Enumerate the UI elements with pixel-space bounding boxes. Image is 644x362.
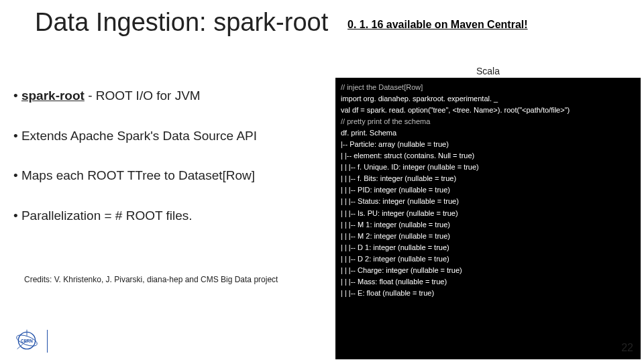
code-line: | | |-- Charge: integer (nullable = true… <box>341 265 635 276</box>
code-line: | | |-- PID: integer (nullable = true) <box>341 184 635 196</box>
maven-link[interactable]: 0. 1. 16 available on Maven Central! <box>347 19 528 31</box>
page-title: Data Ingestion: spark-root <box>35 8 328 37</box>
code-line: df. print. Schema <box>341 127 635 139</box>
code-line: | | |-- M 2: integer (nullable = true) <box>341 231 635 242</box>
code-line: | | |-- Mass: float (nullable = true) <box>341 276 635 288</box>
scala-label: Scala <box>335 66 641 76</box>
code-line: | | |-- f. Unique. ID: integer (nullable… <box>341 162 635 173</box>
spark-root-link[interactable]: spark-root <box>21 88 85 103</box>
code-line: | | |-- D 1: integer (nullable = true) <box>341 242 635 253</box>
bullet-text: - ROOT I/O for JVM <box>85 88 201 103</box>
code-line: | | |-- M 1: integer (nullable = true) <box>341 219 635 231</box>
slide: Data Ingestion: spark-root 0. 1. 16 avai… <box>0 0 644 362</box>
code-line: | |-- element: struct (contains. Null = … <box>341 150 635 162</box>
code-line: | | |-- Status: integer (nullable = true… <box>341 196 635 207</box>
code-line: |-- Particle: array (nullable = true) <box>341 139 635 150</box>
bullet-item: • Parallelization = # ROOT files. <box>13 207 329 225</box>
code-line: | | |-- D 2: integer (nullable = true) <box>341 253 635 265</box>
bullet-item: • spark-root - ROOT I/O for JVM <box>13 87 329 105</box>
cern-logo-icon: CERN <box>15 328 39 353</box>
page-number: 22 <box>621 342 633 354</box>
bullet-marker: • <box>13 88 21 103</box>
code-line: | | |-- Is. PU: integer (nullable = true… <box>341 208 635 219</box>
credits-text: Credits: V. Khristenko, J. Pivarski, dia… <box>24 275 278 284</box>
svg-text:CERN: CERN <box>21 339 33 343</box>
code-line: // inject the Dataset[Row] <box>341 82 635 93</box>
code-line: | | |-- E: float (nullable = true) <box>341 288 635 299</box>
bullet-item: • Maps each ROOT TTree to Dataset[Row] <box>13 167 329 184</box>
bullet-item: • Extends Apache Spark's Data Source API <box>13 127 329 145</box>
code-line: import org. dianahep. sparkroot. experim… <box>341 93 635 105</box>
code-line: | | |-- f. Bits: integer (nullable = tru… <box>341 173 635 184</box>
bullet-list: • spark-root - ROOT I/O for JVM • Extend… <box>13 87 329 247</box>
code-line: // pretty print of the schema <box>341 116 635 127</box>
code-block: // inject the Dataset[Row] import org. d… <box>335 78 641 359</box>
logo-divider <box>47 330 48 353</box>
code-line: val df = spark. read. option("tree", <tr… <box>341 105 635 116</box>
